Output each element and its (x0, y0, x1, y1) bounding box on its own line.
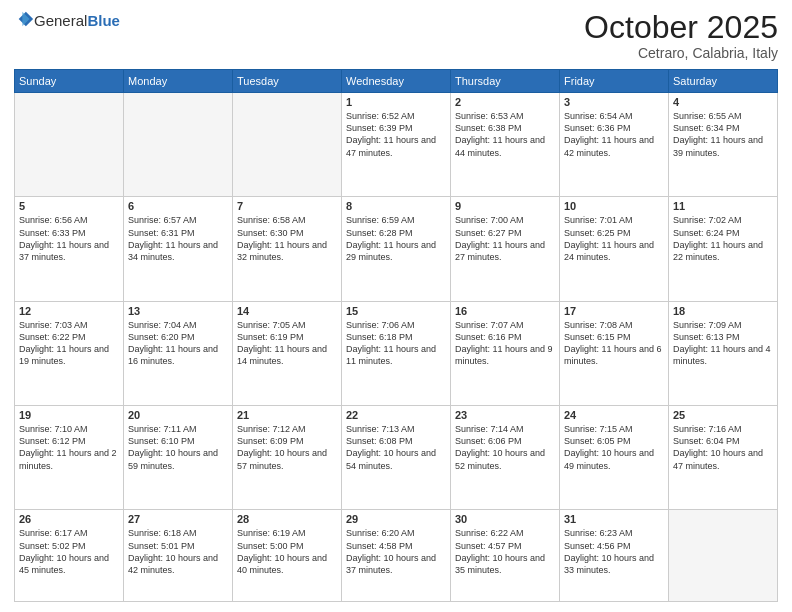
day-info: Sunrise: 7:04 AM Sunset: 6:20 PM Dayligh… (128, 319, 228, 368)
day-cell: 5Sunrise: 6:56 AM Sunset: 6:33 PM Daylig… (15, 197, 124, 301)
day-cell: 29Sunrise: 6:20 AM Sunset: 4:58 PM Dayli… (342, 510, 451, 602)
day-number: 15 (346, 305, 446, 317)
day-cell (233, 93, 342, 197)
day-info: Sunrise: 7:02 AM Sunset: 6:24 PM Dayligh… (673, 214, 773, 263)
day-info: Sunrise: 6:23 AM Sunset: 4:56 PM Dayligh… (564, 527, 664, 576)
day-number: 8 (346, 200, 446, 212)
week-row-4: 26Sunrise: 6:17 AM Sunset: 5:02 PM Dayli… (15, 510, 778, 602)
weekday-header-row: SundayMondayTuesdayWednesdayThursdayFrid… (15, 70, 778, 93)
day-number: 2 (455, 96, 555, 108)
day-info: Sunrise: 7:12 AM Sunset: 6:09 PM Dayligh… (237, 423, 337, 472)
weekday-tuesday: Tuesday (233, 70, 342, 93)
title-block: October 2025 Cetraro, Calabria, Italy (584, 10, 778, 61)
day-cell: 1Sunrise: 6:52 AM Sunset: 6:39 PM Daylig… (342, 93, 451, 197)
week-row-1: 5Sunrise: 6:56 AM Sunset: 6:33 PM Daylig… (15, 197, 778, 301)
week-row-2: 12Sunrise: 7:03 AM Sunset: 6:22 PM Dayli… (15, 301, 778, 405)
day-info: Sunrise: 7:11 AM Sunset: 6:10 PM Dayligh… (128, 423, 228, 472)
day-info: Sunrise: 7:15 AM Sunset: 6:05 PM Dayligh… (564, 423, 664, 472)
day-number: 14 (237, 305, 337, 317)
month-title: October 2025 (584, 10, 778, 45)
day-number: 25 (673, 409, 773, 421)
weekday-sunday: Sunday (15, 70, 124, 93)
day-cell (669, 510, 778, 602)
day-number: 4 (673, 96, 773, 108)
day-cell: 14Sunrise: 7:05 AM Sunset: 6:19 PM Dayli… (233, 301, 342, 405)
day-cell (124, 93, 233, 197)
day-number: 29 (346, 513, 446, 525)
day-info: Sunrise: 6:57 AM Sunset: 6:31 PM Dayligh… (128, 214, 228, 263)
day-cell: 16Sunrise: 7:07 AM Sunset: 6:16 PM Dayli… (451, 301, 560, 405)
day-info: Sunrise: 6:18 AM Sunset: 5:01 PM Dayligh… (128, 527, 228, 576)
day-cell: 9Sunrise: 7:00 AM Sunset: 6:27 PM Daylig… (451, 197, 560, 301)
day-info: Sunrise: 7:09 AM Sunset: 6:13 PM Dayligh… (673, 319, 773, 368)
weekday-friday: Friday (560, 70, 669, 93)
week-row-3: 19Sunrise: 7:10 AM Sunset: 6:12 PM Dayli… (15, 406, 778, 510)
day-info: Sunrise: 6:56 AM Sunset: 6:33 PM Dayligh… (19, 214, 119, 263)
week-row-0: 1Sunrise: 6:52 AM Sunset: 6:39 PM Daylig… (15, 93, 778, 197)
day-number: 5 (19, 200, 119, 212)
day-cell: 27Sunrise: 6:18 AM Sunset: 5:01 PM Dayli… (124, 510, 233, 602)
day-number: 12 (19, 305, 119, 317)
day-cell: 13Sunrise: 7:04 AM Sunset: 6:20 PM Dayli… (124, 301, 233, 405)
day-cell: 2Sunrise: 6:53 AM Sunset: 6:38 PM Daylig… (451, 93, 560, 197)
day-info: Sunrise: 7:03 AM Sunset: 6:22 PM Dayligh… (19, 319, 119, 368)
day-cell: 21Sunrise: 7:12 AM Sunset: 6:09 PM Dayli… (233, 406, 342, 510)
calendar: SundayMondayTuesdayWednesdayThursdayFrid… (14, 69, 778, 602)
day-cell: 24Sunrise: 7:15 AM Sunset: 6:05 PM Dayli… (560, 406, 669, 510)
location: Cetraro, Calabria, Italy (584, 45, 778, 61)
day-number: 9 (455, 200, 555, 212)
day-cell: 28Sunrise: 6:19 AM Sunset: 5:00 PM Dayli… (233, 510, 342, 602)
day-info: Sunrise: 6:59 AM Sunset: 6:28 PM Dayligh… (346, 214, 446, 263)
day-number: 6 (128, 200, 228, 212)
day-number: 24 (564, 409, 664, 421)
day-number: 22 (346, 409, 446, 421)
day-number: 23 (455, 409, 555, 421)
day-cell: 31Sunrise: 6:23 AM Sunset: 4:56 PM Dayli… (560, 510, 669, 602)
logo: GeneralBlue (14, 10, 120, 32)
day-number: 17 (564, 305, 664, 317)
day-info: Sunrise: 7:06 AM Sunset: 6:18 PM Dayligh… (346, 319, 446, 368)
day-info: Sunrise: 6:52 AM Sunset: 6:39 PM Dayligh… (346, 110, 446, 159)
day-cell: 11Sunrise: 7:02 AM Sunset: 6:24 PM Dayli… (669, 197, 778, 301)
day-info: Sunrise: 6:54 AM Sunset: 6:36 PM Dayligh… (564, 110, 664, 159)
day-info: Sunrise: 6:55 AM Sunset: 6:34 PM Dayligh… (673, 110, 773, 159)
day-cell: 15Sunrise: 7:06 AM Sunset: 6:18 PM Dayli… (342, 301, 451, 405)
day-cell (15, 93, 124, 197)
day-number: 18 (673, 305, 773, 317)
day-cell: 18Sunrise: 7:09 AM Sunset: 6:13 PM Dayli… (669, 301, 778, 405)
day-cell: 6Sunrise: 6:57 AM Sunset: 6:31 PM Daylig… (124, 197, 233, 301)
day-number: 7 (237, 200, 337, 212)
day-info: Sunrise: 6:19 AM Sunset: 5:00 PM Dayligh… (237, 527, 337, 576)
day-number: 31 (564, 513, 664, 525)
day-cell: 23Sunrise: 7:14 AM Sunset: 6:06 PM Dayli… (451, 406, 560, 510)
day-cell: 4Sunrise: 6:55 AM Sunset: 6:34 PM Daylig… (669, 93, 778, 197)
day-number: 1 (346, 96, 446, 108)
day-info: Sunrise: 7:10 AM Sunset: 6:12 PM Dayligh… (19, 423, 119, 472)
day-info: Sunrise: 7:07 AM Sunset: 6:16 PM Dayligh… (455, 319, 555, 368)
logo-blue-text: Blue (87, 12, 120, 29)
day-info: Sunrise: 6:22 AM Sunset: 4:57 PM Dayligh… (455, 527, 555, 576)
day-number: 28 (237, 513, 337, 525)
day-cell: 10Sunrise: 7:01 AM Sunset: 6:25 PM Dayli… (560, 197, 669, 301)
weekday-monday: Monday (124, 70, 233, 93)
weekday-saturday: Saturday (669, 70, 778, 93)
day-info: Sunrise: 6:53 AM Sunset: 6:38 PM Dayligh… (455, 110, 555, 159)
day-info: Sunrise: 7:13 AM Sunset: 6:08 PM Dayligh… (346, 423, 446, 472)
weekday-wednesday: Wednesday (342, 70, 451, 93)
day-info: Sunrise: 7:16 AM Sunset: 6:04 PM Dayligh… (673, 423, 773, 472)
day-number: 11 (673, 200, 773, 212)
day-cell: 20Sunrise: 7:11 AM Sunset: 6:10 PM Dayli… (124, 406, 233, 510)
day-cell: 30Sunrise: 6:22 AM Sunset: 4:57 PM Dayli… (451, 510, 560, 602)
day-number: 13 (128, 305, 228, 317)
day-cell: 8Sunrise: 6:59 AM Sunset: 6:28 PM Daylig… (342, 197, 451, 301)
day-number: 3 (564, 96, 664, 108)
logo-icon (16, 10, 34, 28)
day-cell: 19Sunrise: 7:10 AM Sunset: 6:12 PM Dayli… (15, 406, 124, 510)
day-info: Sunrise: 6:58 AM Sunset: 6:30 PM Dayligh… (237, 214, 337, 263)
logo-general-text: General (34, 12, 87, 29)
day-number: 27 (128, 513, 228, 525)
day-cell: 26Sunrise: 6:17 AM Sunset: 5:02 PM Dayli… (15, 510, 124, 602)
day-info: Sunrise: 6:17 AM Sunset: 5:02 PM Dayligh… (19, 527, 119, 576)
day-info: Sunrise: 7:01 AM Sunset: 6:25 PM Dayligh… (564, 214, 664, 263)
day-cell: 3Sunrise: 6:54 AM Sunset: 6:36 PM Daylig… (560, 93, 669, 197)
